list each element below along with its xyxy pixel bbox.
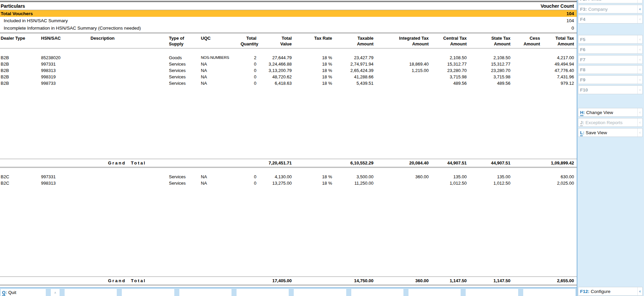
table-cell: 18 % bbox=[294, 74, 335, 80]
table-cell bbox=[513, 174, 543, 180]
table-cell bbox=[90, 67, 168, 74]
grand-total-cell bbox=[168, 159, 200, 167]
table-cell bbox=[376, 180, 431, 186]
table-cell: 630.00 bbox=[543, 174, 577, 180]
table-row[interactable]: B2B998313ServicesNA03,13,200.7918 %2,65,… bbox=[0, 67, 577, 74]
table-cell: NA bbox=[200, 180, 241, 186]
toolbar-empty-slot bbox=[179, 289, 231, 296]
table-cell: 4,130.00 bbox=[259, 174, 294, 180]
column-header: Type ofSupply bbox=[168, 35, 200, 47]
hotkey-separator: : bbox=[5, 290, 7, 295]
table-cell: B2B bbox=[0, 67, 40, 74]
table-cell: 2,74,971.94 bbox=[335, 61, 376, 67]
table-cell: 0 bbox=[241, 80, 259, 86]
table-cell: 15,312.77 bbox=[469, 61, 513, 67]
table-cell: 5,439.51 bbox=[335, 80, 376, 86]
toolbar-empty-slot bbox=[408, 289, 461, 296]
column-header: Dealer Type bbox=[0, 35, 40, 47]
table-row[interactable]: B2B997331ServicesNA03,24,466.8818 %2,74,… bbox=[0, 61, 577, 67]
toolbar-empty-slot bbox=[466, 289, 518, 296]
table-cell: 47,776.40 bbox=[543, 67, 577, 74]
table-row[interactable]: B2C998313ServicesNA013,275.0018 %11,250.… bbox=[0, 180, 577, 186]
summary-row-included[interactable]: Included in HSN/SAC Summary 104 bbox=[0, 17, 577, 24]
table-cell bbox=[513, 180, 543, 186]
table-cell: 13,275.00 bbox=[259, 180, 294, 186]
table-cell: 135.00 bbox=[469, 174, 513, 180]
table-cell: Services bbox=[168, 80, 200, 86]
table-cell: 998319 bbox=[40, 74, 90, 80]
table-cell bbox=[90, 80, 168, 86]
table-cell: 3,715.98 bbox=[431, 74, 469, 80]
grand-total-cell: 1,147.50 bbox=[431, 277, 469, 285]
table-cell: NA bbox=[200, 80, 241, 86]
collapse-chevron-icon: ‹ bbox=[637, 45, 642, 53]
table-cell: 489.56 bbox=[469, 80, 513, 86]
table-cell: 2,025.00 bbox=[543, 180, 577, 186]
collapse-chevron-icon: ‹ bbox=[637, 86, 642, 94]
summary-row-label: Incomplete Information in HSN/SAC Summar… bbox=[4, 26, 141, 31]
table-cell: 0 bbox=[241, 67, 259, 74]
sidebar-button-f2[interactable]: F2:Period‹ bbox=[578, 0, 643, 3]
hotkey-letter: L bbox=[580, 130, 583, 136]
table-cell: Services bbox=[168, 74, 200, 80]
table-row[interactable]: B2B998733ServicesNA06,418.6318 %5,439.51… bbox=[0, 80, 577, 86]
hotkey-letter: F7 bbox=[580, 57, 585, 62]
table-cell: 27,644.79 bbox=[259, 54, 294, 61]
particulars-label: Particulars bbox=[1, 3, 25, 9]
quit-button-label: Quit bbox=[8, 290, 16, 295]
sidebar-button-h[interactable]: H:Change View‹ bbox=[578, 108, 643, 117]
table-cell: 23,280.70 bbox=[431, 67, 469, 74]
hotkey-letter: F8 bbox=[580, 67, 585, 72]
grand-total-cell: 360.00 bbox=[376, 277, 431, 285]
toolbar-expand-caret-icon[interactable]: ∧ bbox=[51, 289, 60, 296]
sidebar-button-f12[interactable]: F12:Configure‹ bbox=[578, 287, 643, 296]
sidebar-button-f4: F4‹ bbox=[578, 15, 643, 24]
hotkey-letter: F4 bbox=[580, 17, 585, 22]
hotkey-letter: H bbox=[580, 110, 583, 116]
sidebar-button-l[interactable]: L:Save View‹ bbox=[578, 128, 643, 137]
summary-row-value: 104 bbox=[566, 11, 574, 16]
table-cell: Services bbox=[168, 174, 200, 180]
table-row[interactable]: B2B85238020GoodsNOS-NUMBERS227,644.7918 … bbox=[0, 54, 577, 61]
grand-total-cell: 44,907.51 bbox=[469, 159, 513, 167]
table-cell bbox=[90, 61, 168, 67]
bottom-toolbar: Q:Quit∧ bbox=[0, 287, 577, 296]
hotkey-letter: Q bbox=[2, 290, 5, 296]
table-row[interactable]: B2B998319ServicesNA048,720.6218 %41,288.… bbox=[0, 74, 577, 80]
table-cell: 49,494.94 bbox=[543, 61, 577, 67]
summary-header-row: Particulars Voucher Count bbox=[0, 2, 577, 10]
sidebar-button-f7: F7‹ bbox=[578, 55, 643, 64]
grand-total-row-b2c: Grand Total17,405.0014,750.00360.001,147… bbox=[0, 276, 577, 286]
column-header: Total TaxAmount bbox=[543, 35, 577, 47]
grand-total-row-b2b: Grand Total7,20,451.716,10,552.2920,084.… bbox=[0, 159, 577, 168]
hotkey-separator: : bbox=[585, 7, 587, 12]
voucher-count-label: Voucher Count bbox=[541, 3, 574, 9]
table-cell: Services bbox=[168, 180, 200, 186]
toolbar-empty-slot bbox=[523, 289, 575, 296]
toolbar-empty-slot bbox=[122, 289, 174, 296]
table-row[interactable]: B2C997331ServicesNA04,130.0018 %3,500.00… bbox=[0, 174, 577, 180]
table-cell: 0 bbox=[241, 174, 259, 180]
table-cell: B2B bbox=[0, 80, 40, 86]
table-cell: 7,431.96 bbox=[543, 74, 577, 80]
table-cell: 85238020 bbox=[40, 54, 90, 61]
sidebar-button-f3[interactable]: F3:Company‹ bbox=[578, 5, 643, 13]
toolbar-empty-slot bbox=[351, 289, 403, 296]
summary-row-incomplete[interactable]: Incomplete Information in HSN/SAC Summar… bbox=[0, 24, 577, 32]
table-cell bbox=[513, 61, 543, 67]
toolbar-empty-slot bbox=[237, 289, 289, 296]
table-cell: 1,012.50 bbox=[469, 180, 513, 186]
hotkey-letter: F12 bbox=[580, 289, 588, 294]
summary-row-label: Total Vouchers bbox=[1, 11, 33, 16]
hotkey-separator: : bbox=[583, 120, 584, 125]
table-cell bbox=[376, 54, 431, 61]
table-cell: B2B bbox=[0, 54, 40, 61]
summary-row-total-vouchers[interactable]: Total Vouchers 104 bbox=[0, 10, 577, 17]
grand-total-cell bbox=[513, 159, 543, 167]
collapse-chevron-icon: ‹ bbox=[637, 66, 642, 74]
b2c-rows: B2C997331ServicesNA04,130.0018 %3,500.00… bbox=[0, 174, 577, 186]
table-cell: 2,65,424.39 bbox=[335, 67, 376, 74]
sidebar-button-label: Exception Reports bbox=[585, 120, 622, 125]
collapse-chevron-icon: ‹ bbox=[637, 5, 642, 13]
quit-button[interactable]: Q:Quit bbox=[1, 289, 46, 296]
